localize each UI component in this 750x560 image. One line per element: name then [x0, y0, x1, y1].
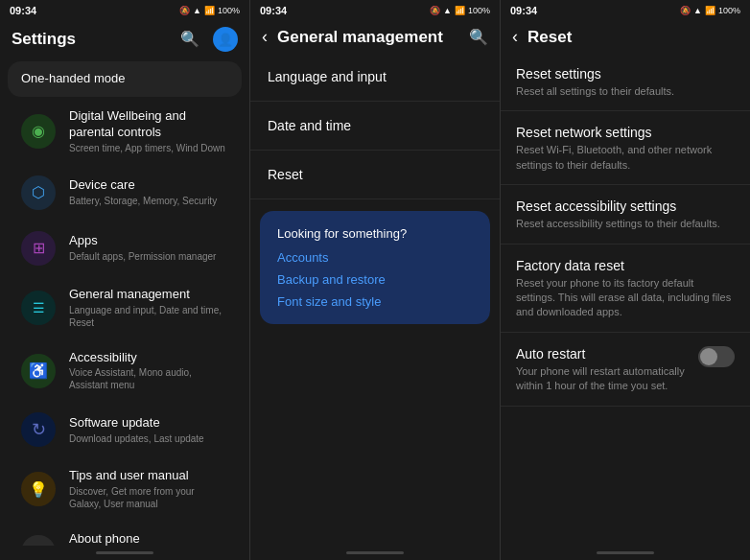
scroll-indicator-mid — [346, 551, 404, 554]
factory-reset-desc: Reset your phone to its factory default … — [516, 276, 735, 320]
general-management-subtitle: Language and input, Date and time, Reset — [69, 304, 228, 329]
wifi-icon-mid: ▲ — [443, 6, 452, 15]
settings-item-about-phone[interactable]: ℹ About phone Status, Legal information,… — [8, 522, 242, 546]
top-bar-icons-mid: 🔍 — [469, 30, 488, 45]
apps-title: Apps — [69, 233, 228, 249]
one-handed-item[interactable]: One-handed mode — [8, 61, 242, 97]
general-management-text: General management Language and input, D… — [69, 287, 228, 329]
reset-accessibility-title: Reset accessibility settings — [516, 198, 735, 214]
apps-icon: ⊞ — [21, 231, 56, 266]
status-bar-mid: 09:34 🔕 ▲ 📶 100% — [250, 0, 500, 21]
wifi-icon-left: ▲ — [193, 6, 201, 15]
accounts-link[interactable]: Accounts — [277, 250, 473, 265]
device-care-subtitle: Battery, Storage, Memory, Security — [69, 195, 228, 207]
software-update-text: Software update Download updates, Last u… — [69, 415, 228, 445]
reset-network-title: Reset network settings — [516, 125, 735, 140]
avatar-icon: 👤 — [218, 33, 233, 47]
settings-item-accessibility[interactable]: ♿ Accessibility Voice Assistant, Mono au… — [8, 340, 242, 402]
settings-item-software-update[interactable]: ↻ Software update Download updates, Last… — [8, 403, 242, 456]
search-icon-mid[interactable]: 🔍 — [469, 30, 488, 45]
search-icon-left[interactable]: 🔍 — [180, 32, 199, 47]
reset-settings-title: Reset settings — [516, 66, 735, 82]
reset-network-desc: Reset Wi-Fi, Bluetooth, and other networ… — [516, 143, 735, 173]
back-button-mid[interactable]: ‹ — [262, 27, 268, 47]
reset-network-section[interactable]: Reset network settings Reset Wi-Fi, Blue… — [501, 111, 750, 185]
accessibility-title: Accessibility — [69, 350, 228, 366]
network-icon-right: 📶 — [705, 6, 715, 15]
settings-panel: 09:34 🔕 ▲ 📶 100% Settings 🔍 👤 One-handed… — [0, 0, 250, 560]
back-button-right[interactable]: ‹ — [512, 27, 518, 47]
avatar-left[interactable]: 👤 — [213, 27, 238, 52]
signal-icon-mid: 🔕 — [430, 6, 440, 15]
one-handed-label: One-handed mode — [21, 71, 125, 87]
reset-title: Reset — [527, 28, 738, 47]
accessibility-text: Accessibility Voice Assistant, Mono audi… — [69, 350, 228, 392]
general-management-panel: 09:34 🔕 ▲ 📶 100% ‹ General management 🔍 … — [250, 0, 501, 560]
digital-wellbeing-text: Digital Wellbeing and parental controls … — [69, 108, 228, 154]
software-update-title: Software update — [69, 415, 228, 432]
battery-left: 100% — [218, 6, 240, 15]
device-care-text: Device care Battery, Storage, Memory, Se… — [69, 177, 228, 207]
settings-title: Settings — [12, 30, 180, 49]
tips-title: Tips and user manual — [69, 468, 228, 484]
status-bar-right: 09:34 🔕 ▲ 📶 100% — [501, 0, 750, 21]
looking-for-box: Looking for something? Accounts Backup a… — [260, 211, 490, 324]
settings-item-tips[interactable]: 💡 Tips and user manual Discover, Get mor… — [8, 458, 242, 520]
about-phone-icon: ℹ — [21, 535, 56, 546]
software-update-subtitle: Download updates, Last update — [69, 432, 228, 445]
factory-reset-title: Factory data reset — [516, 258, 735, 273]
auto-restart-title: Auto restart — [516, 346, 689, 362]
language-item[interactable]: Language and input — [250, 53, 500, 102]
reset-item[interactable]: Reset — [250, 151, 500, 199]
scroll-indicator-right — [597, 551, 654, 554]
tips-text: Tips and user manual Discover, Get more … — [69, 468, 228, 510]
reset-label: Reset — [268, 167, 303, 182]
settings-content: One-handed mode ◉ Digital Wellbeing and … — [0, 58, 249, 546]
general-management-title: General management — [277, 28, 469, 47]
time-right: 09:34 — [510, 5, 537, 16]
datetime-item[interactable]: Date and time — [250, 102, 500, 151]
settings-item-apps[interactable]: ⊞ Apps Default apps, Permission manager — [8, 222, 242, 275]
status-icons-left: 🔕 ▲ 📶 100% — [179, 6, 240, 15]
apps-text: Apps Default apps, Permission manager — [69, 233, 228, 263]
reset-accessibility-desc: Reset accessibility settings to their de… — [516, 217, 735, 231]
reset-top-bar: ‹ Reset — [501, 21, 750, 53]
settings-item-general-management[interactable]: ☰ General management Language and input,… — [8, 277, 242, 338]
backup-link[interactable]: Backup and restore — [277, 272, 473, 287]
looking-title: Looking for something? — [277, 226, 473, 241]
settings-item-digital-wellbeing[interactable]: ◉ Digital Wellbeing and parental control… — [8, 99, 242, 164]
general-management-title: General management — [69, 287, 228, 303]
status-bar-left: 09:34 🔕 ▲ 📶 100% — [0, 0, 249, 21]
toggle-thumb — [700, 348, 717, 365]
settings-top-bar: Settings 🔍 👤 — [0, 21, 249, 58]
status-icons-right: 🔕 ▲ 📶 100% — [680, 6, 740, 15]
tips-subtitle: Discover, Get more from your Galaxy, Use… — [69, 485, 228, 510]
device-care-title: Device care — [69, 177, 228, 194]
signal-icon-left: 🔕 — [179, 6, 190, 15]
time-mid: 09:34 — [260, 5, 287, 16]
about-phone-title: About phone — [69, 531, 228, 546]
device-care-icon: ⬡ — [21, 175, 56, 210]
settings-item-device-care[interactable]: ⬡ Device care Battery, Storage, Memory, … — [8, 166, 242, 220]
scroll-indicator-left — [96, 551, 153, 554]
accessibility-icon: ♿ — [21, 354, 56, 388]
auto-restart-section[interactable]: Auto restart Your phone will restart aut… — [501, 333, 750, 407]
network-icon-left: 📶 — [204, 6, 215, 15]
digital-wellbeing-subtitle: Screen time, App timers, Wind Down — [69, 142, 228, 154]
factory-reset-section[interactable]: Factory data reset Reset your phone to i… — [501, 245, 750, 333]
reset-content: Reset settings Reset all settings to the… — [501, 53, 750, 546]
reset-accessibility-section[interactable]: Reset accessibility settings Reset acces… — [501, 185, 750, 244]
reset-settings-section[interactable]: Reset settings Reset all settings to the… — [501, 53, 750, 111]
auto-restart-toggle[interactable] — [698, 346, 735, 367]
status-icons-mid: 🔕 ▲ 📶 100% — [430, 6, 490, 15]
font-link[interactable]: Font size and style — [277, 294, 473, 309]
apps-subtitle: Default apps, Permission manager — [69, 250, 228, 263]
battery-mid: 100% — [468, 6, 490, 15]
accessibility-subtitle: Voice Assistant, Mono audio, Assistant m… — [69, 366, 228, 391]
language-label: Language and input — [268, 69, 387, 84]
network-icon-mid: 📶 — [455, 6, 465, 15]
datetime-label: Date and time — [268, 118, 351, 133]
signal-icon-right: 🔕 — [680, 6, 691, 15]
reset-panel: 09:34 🔕 ▲ 📶 100% ‹ Reset Reset settings … — [501, 0, 750, 560]
wifi-icon-right: ▲ — [693, 6, 702, 15]
